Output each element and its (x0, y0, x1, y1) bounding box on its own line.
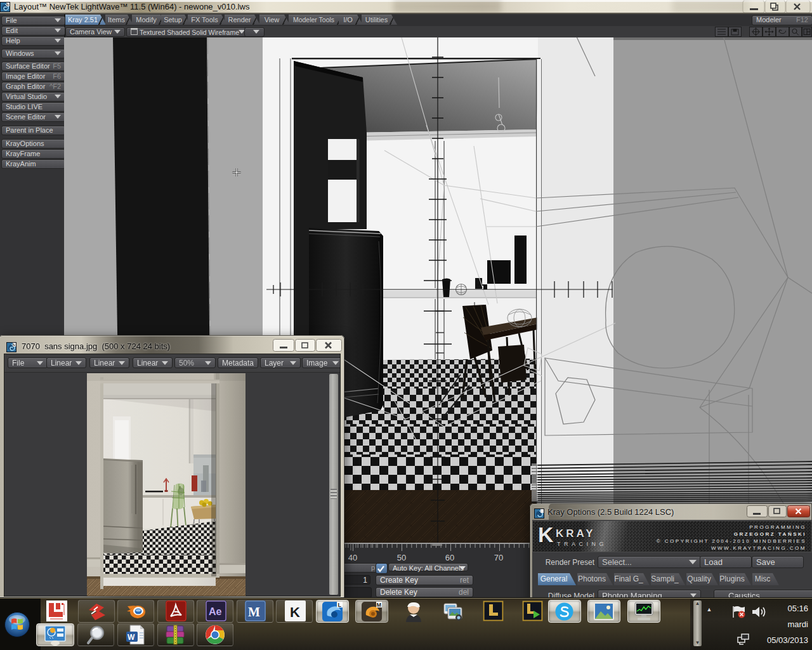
svg-text:L: L (338, 602, 342, 608)
svg-text:40: 40 (348, 553, 357, 562)
svg-text:M: M (377, 602, 382, 608)
svg-text:Ae: Ae (209, 606, 222, 617)
svg-text:K: K (290, 604, 300, 620)
svg-text:M: M (248, 605, 260, 619)
svg-text:W: W (128, 633, 135, 642)
svg-text:50: 50 (397, 553, 406, 562)
svg-text:70: 70 (494, 553, 503, 562)
svg-text:60: 60 (445, 553, 454, 562)
